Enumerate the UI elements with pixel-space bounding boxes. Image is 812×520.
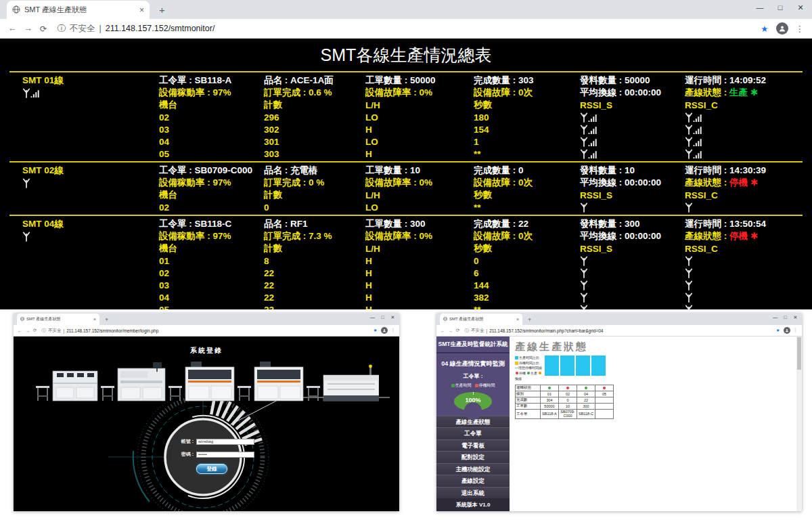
- menu-kebab-icon[interactable]: ⋮: [796, 24, 805, 34]
- forward-icon[interactable]: →: [26, 328, 30, 333]
- new-tab-button[interactable]: +: [159, 4, 165, 16]
- tab-close-icon[interactable]: ×: [93, 317, 96, 322]
- browser-tab[interactable]: SMT 產線生產狀態 ×: [440, 313, 522, 325]
- new-tab-button[interactable]: +: [528, 316, 531, 323]
- tab-title: SMT 產線生產狀態: [449, 316, 514, 322]
- close-button[interactable]: ✕: [790, 1, 811, 14]
- rssi-s-icon: [580, 149, 685, 159]
- address-bar[interactable]: ⓘ 不安全 | 211.148.157.152/smtmonitor/main.…: [464, 328, 772, 334]
- bookmark-star-icon[interactable]: ★: [374, 328, 378, 333]
- machine-seconds: 382: [474, 292, 580, 303]
- info-field: 平均換線 : 00:00:00: [580, 87, 685, 99]
- info-field: 運行時間 : 13:50:54: [685, 218, 803, 230]
- machine-seconds: 180: [474, 112, 580, 123]
- line-info-row-secondary: 設備稼動率 : 97%訂單完成 : 0.6 %設備故障率 : 0%設備故障 : …: [9, 87, 803, 99]
- production-page: SMT各線生產情況總表 SMT 01線工令單 : SB118-A品名 : ACE…: [0, 39, 812, 309]
- browser-toolbar: ← → ⟳ ⓘ 不安全 | 211.148.157.152/smtmonitor…: [14, 325, 399, 337]
- profile-avatar[interactable]: [381, 327, 388, 334]
- forward-icon[interactable]: →: [449, 328, 453, 333]
- sidebar-item[interactable]: 產線設定: [436, 475, 510, 487]
- line-info-row-primary: SMT 04線工令單 : SB118-C品名 : RF1工單數量 : 300完成…: [9, 218, 803, 230]
- machine-seconds: 154: [474, 125, 580, 135]
- line-section: SMT 04線工令單 : SB118-C品名 : RF1工單數量 : 300完成…: [9, 215, 803, 309]
- tab-title: SMT 產線生產狀態: [26, 316, 91, 322]
- sidebar-menu: 產線生產狀態工令單電子看板配對設定主機功能設定產線設定退出系統: [436, 416, 510, 499]
- back-icon[interactable]: ←: [441, 328, 445, 333]
- sidebar-item[interactable]: 主機功能設定: [436, 463, 510, 475]
- legend-entry: —理想停機時間線: [515, 366, 545, 371]
- browser-tab[interactable]: SMT 產線生產狀態 ×: [17, 313, 99, 325]
- legend-dot: [475, 384, 478, 387]
- rssi-c-icon: [685, 125, 803, 135]
- reload-icon[interactable]: ⟳: [33, 328, 37, 333]
- info-field: 設備故障率 : 0%: [365, 230, 474, 242]
- table-cell: 304: [541, 397, 559, 403]
- account-input[interactable]: [196, 439, 254, 445]
- system-title: SMT生產及時監督統計系統: [436, 337, 510, 353]
- profile-avatar[interactable]: [784, 327, 790, 334]
- info-field: 設備故障率 : 0%: [365, 87, 474, 99]
- maximize-button[interactable]: □: [378, 313, 388, 321]
- sidebar-item[interactable]: 退出系統: [436, 487, 510, 499]
- forward-icon[interactable]: →: [24, 24, 33, 33]
- line-monitor-title: 04 線生產情況實時監測: [436, 360, 510, 368]
- browser-tab[interactable]: SMT 產線生產狀態 ×: [7, 1, 150, 19]
- bookmark-star-icon[interactable]: ★: [761, 24, 768, 34]
- password-input[interactable]: [196, 452, 254, 458]
- sidebar-legend: 生產時間停機時間: [436, 383, 510, 389]
- legend-swatch: [515, 356, 518, 360]
- status-dot-cell: [559, 385, 577, 391]
- status-value: 停機 ✱: [729, 177, 758, 188]
- address-bar[interactable]: ⓘ 不安全 | 211.148.157.152/smtmonitor/: [57, 23, 753, 35]
- reload-icon[interactable]: ⟳: [456, 328, 459, 333]
- address-bar[interactable]: ⓘ 不安全 | 211.148.157.152/smtmonitor/membe…: [41, 328, 369, 334]
- maximize-button[interactable]: □: [780, 313, 790, 321]
- minimize-button[interactable]: —: [770, 313, 780, 321]
- minimize-button[interactable]: —: [367, 313, 378, 321]
- column-header: 機台: [159, 99, 264, 111]
- minimize-button[interactable]: —: [750, 1, 770, 14]
- profile-avatar[interactable]: [776, 22, 788, 35]
- back-icon[interactable]: ←: [18, 328, 22, 333]
- url-text[interactable]: 211.148.157.152/smtmonitor/: [106, 24, 215, 33]
- table-cell: SB118-C: [577, 409, 595, 418]
- info-icon[interactable]: ⓘ: [57, 23, 66, 35]
- bookmark-star-icon[interactable]: ★: [776, 328, 780, 333]
- login-button[interactable]: 登錄: [196, 464, 227, 474]
- status-dot-cell: [541, 385, 559, 391]
- info-field: 訂單完成 : 7.3 %: [264, 230, 365, 242]
- info-icon[interactable]: ⓘ: [464, 328, 469, 334]
- close-button[interactable]: ✕: [790, 313, 800, 321]
- column-header: 機台: [159, 242, 264, 255]
- scrollbar[interactable]: [796, 337, 802, 511]
- info-icon[interactable]: ⓘ: [41, 328, 46, 334]
- menu-kebab-icon[interactable]: ⋮: [794, 328, 798, 333]
- reload-icon[interactable]: ⟳: [40, 24, 47, 34]
- sidebar-item[interactable]: 電子看板: [436, 439, 510, 452]
- machine-seconds: 144: [474, 280, 580, 290]
- menu-kebab-icon[interactable]: ⋮: [391, 328, 396, 333]
- browser-toolbar: ← → ⟳ ⓘ 不安全 | 211.148.157.152/smtmonitor…: [0, 19, 812, 39]
- new-tab-button[interactable]: +: [105, 316, 108, 323]
- column-header: 計數: [264, 189, 365, 201]
- info-field: 設備稼動率 : 97%: [159, 87, 264, 99]
- legend-item: 停機時間: [475, 383, 495, 389]
- line-info-row-secondary: 設備稼動率 : 97%訂單完成 : 7.3 %設備故障率 : 0%設備故障 : …: [9, 230, 803, 242]
- back-icon[interactable]: ←: [8, 24, 17, 33]
- machine-seconds: 0: [474, 256, 580, 266]
- machine-row: 020LO**: [9, 201, 803, 213]
- maximize-button[interactable]: □: [770, 1, 790, 14]
- info-field: 設備稼動率 : 97%: [159, 177, 264, 189]
- machine-lh: H: [365, 256, 474, 266]
- sidebar-item[interactable]: 配對設定: [436, 451, 510, 463]
- url-text[interactable]: 211.148.157.152/smtmonitor/member/login.…: [66, 328, 158, 333]
- url-text[interactable]: 211.148.157.152/smtmonitor/main.php?char…: [489, 328, 603, 333]
- tab-strip: SMT 產線生產狀態 × + — □ ✕: [0, 0, 812, 19]
- scrollbar-thumb[interactable]: [797, 337, 801, 370]
- close-button[interactable]: ✕: [388, 313, 398, 321]
- sidebar-item[interactable]: 工令單: [436, 427, 510, 439]
- table-cell: 04: [577, 391, 595, 397]
- machine-row: 0522H**: [9, 303, 803, 309]
- tab-close-icon[interactable]: ×: [139, 5, 144, 15]
- tab-close-icon[interactable]: ×: [516, 317, 519, 322]
